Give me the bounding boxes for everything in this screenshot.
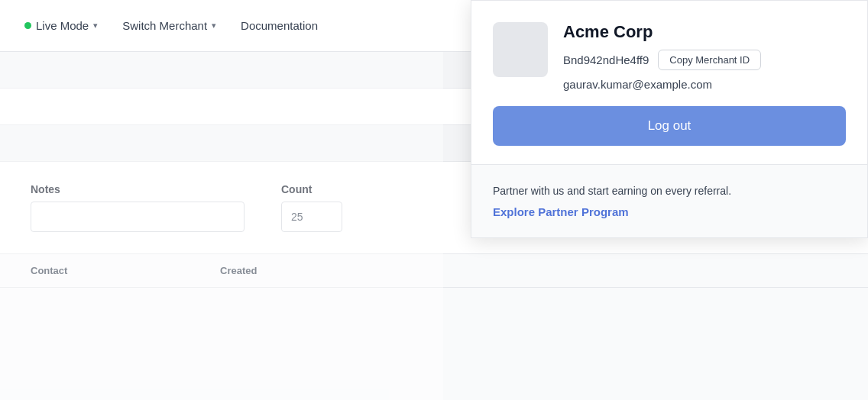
copy-merchant-id-button[interactable]: Copy Merchant ID (658, 50, 761, 70)
merchant-info: Acme Corp Bnd942ndHe4ff9 Copy Merchant I… (493, 22, 846, 91)
partner-text: Partner with us and start earning on eve… (493, 183, 846, 199)
live-dot-icon (24, 22, 31, 29)
merchant-id-text: Bnd942ndHe4ff9 (563, 53, 649, 66)
documentation-label: Documentation (241, 19, 318, 32)
switch-merchant-label: Switch Merchant (122, 19, 207, 32)
panel-top: Acme Corp Bnd942ndHe4ff9 Copy Merchant I… (471, 1, 867, 165)
logout-button[interactable]: Log out (493, 106, 846, 146)
overlay (0, 52, 443, 400)
account-dropdown-panel: Acme Corp Bnd942ndHe4ff9 Copy Merchant I… (471, 0, 868, 238)
merchant-avatar (493, 22, 548, 77)
switch-merchant-chevron-icon: ▾ (212, 21, 216, 31)
merchant-id-row: Bnd942ndHe4ff9 Copy Merchant ID (563, 50, 761, 70)
panel-bottom: Partner with us and start earning on eve… (471, 165, 867, 237)
live-mode-nav[interactable]: Live Mode ▾ (24, 19, 98, 32)
explore-partner-link[interactable]: Explore Partner Program (493, 205, 629, 218)
merchant-details: Acme Corp Bnd942ndHe4ff9 Copy Merchant I… (563, 22, 761, 91)
live-mode-label: Live Mode (36, 19, 89, 32)
switch-merchant-nav[interactable]: Switch Merchant ▾ (122, 19, 216, 32)
merchant-name: Acme Corp (563, 22, 761, 42)
documentation-nav[interactable]: Documentation (241, 19, 318, 32)
merchant-email: gaurav.kumar@example.com (563, 78, 761, 91)
live-mode-chevron-icon: ▾ (93, 21, 98, 31)
